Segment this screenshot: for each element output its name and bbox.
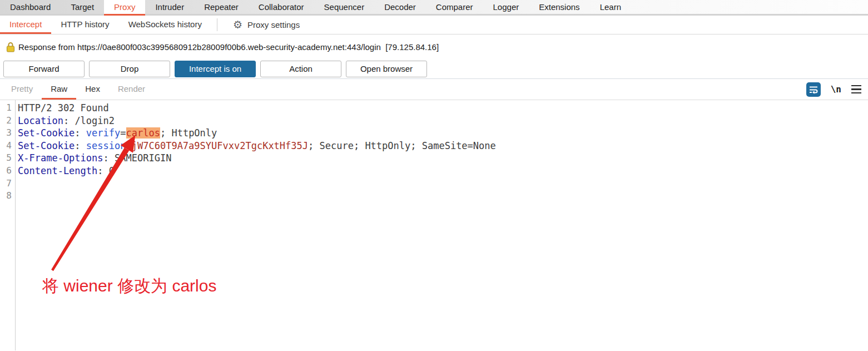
code-line <box>18 190 868 202</box>
code-token: /login2 <box>75 115 115 126</box>
code-token: X-Frame-Options <box>18 152 103 164</box>
editor-tab-render[interactable]: Render <box>109 79 154 100</box>
response-editor[interactable]: 12345678 HTTP/2 302 FoundLocation: /logi… <box>0 100 868 350</box>
code-line: Set-Cookie: session=jW7C60T9A7a9SYUFvxv2… <box>18 140 868 152</box>
code-line: X-Frame-Options: SAMEORIGIN <box>18 152 868 165</box>
editor-tab-pretty[interactable]: Pretty <box>2 79 42 100</box>
menu-tab-intruder[interactable]: Intruder <box>145 0 194 16</box>
highlighted-cookie-value: carlos <box>126 127 160 139</box>
line-number: 6 <box>0 165 15 177</box>
editor-tab-raw[interactable]: Raw <box>42 79 76 100</box>
code-line: Set-Cookie: verify=carlos; HttpOnly <box>18 127 868 140</box>
code-token: : <box>63 115 75 126</box>
code-token: = <box>120 127 126 139</box>
main-menu-bar: DashboardTargetProxyIntruderRepeaterColl… <box>0 0 868 16</box>
response-body-text[interactable]: HTTP/2 302 FoundLocation: /login2Set-Coo… <box>16 100 868 350</box>
code-token: ; Secure; HttpOnly; SameSite=None <box>308 140 496 151</box>
menu-tab-collaborator[interactable]: Collaborator <box>249 0 314 16</box>
code-line: Location: /login2 <box>18 115 868 127</box>
code-token: = <box>126 140 132 151</box>
code-token: : <box>75 140 86 151</box>
code-token: Set-Cookie <box>18 127 75 139</box>
show-newlines-icon[interactable]: \n <box>831 84 841 95</box>
code-token: jW7C60T9A7a9SYUFvxv2TgcKxtHf35J <box>132 140 308 151</box>
line-number: 2 <box>0 115 15 127</box>
menu-tab-comparer[interactable]: Comparer <box>426 0 483 16</box>
proxy-settings-button[interactable]: ⚙ Proxy settings <box>233 16 300 34</box>
menu-tab-proxy[interactable]: Proxy <box>104 0 145 16</box>
intercept-is-on-button[interactable]: Intercept is on <box>175 61 256 77</box>
code-token: Content-Length <box>18 165 97 176</box>
line-number: 5 <box>0 152 15 165</box>
code-token: session <box>86 140 126 151</box>
forward-button[interactable]: Forward <box>3 61 85 77</box>
intercept-message-bar: Response from https://0ae800f003c3995680… <box>0 34 868 59</box>
annotation-text: 将 wiener 修改为 carlos <box>42 275 216 298</box>
word-wrap-toggle-icon[interactable] <box>806 82 821 97</box>
code-token: : <box>103 152 115 164</box>
menu-tab-target[interactable]: Target <box>61 0 104 16</box>
menu-tab-dashboard[interactable]: Dashboard <box>0 0 61 16</box>
editor-tab-group: PrettyRawHexRender <box>2 79 154 100</box>
code-token: SAMEORIGIN <box>115 152 171 164</box>
menu-tab-repeater[interactable]: Repeater <box>194 0 249 16</box>
menu-tab-decoder[interactable]: Decoder <box>374 0 426 16</box>
menu-tab-sequencer[interactable]: Sequencer <box>314 0 375 16</box>
message-editor-tabs: PrettyRawHexRender \n <box>0 79 868 100</box>
subtab-websockets-history[interactable]: WebSockets history <box>119 16 211 34</box>
code-line: HTTP/2 302 Found <box>18 102 868 115</box>
line-number: 1 <box>0 102 15 115</box>
intercept-toolbar: ForwardDropIntercept is onActionOpen bro… <box>0 59 868 79</box>
line-number: 3 <box>0 127 15 140</box>
lock-icon <box>7 42 14 52</box>
line-number: 8 <box>0 190 15 202</box>
code-token: Location <box>18 115 63 126</box>
subtab-http-history[interactable]: HTTP history <box>51 16 118 34</box>
burp-proxy-intercept-window: DashboardTargetProxyIntruderRepeaterColl… <box>0 0 868 351</box>
proxy-settings-label: Proxy settings <box>247 20 300 29</box>
editor-tab-hex[interactable]: Hex <box>76 79 109 100</box>
code-token: verify <box>86 127 120 139</box>
code-token: : <box>97 165 108 176</box>
menu-tab-extensions[interactable]: Extensions <box>529 0 589 16</box>
line-number-gutter: 12345678 <box>0 100 16 350</box>
menu-tab-logger[interactable]: Logger <box>483 0 529 16</box>
line-number: 4 <box>0 140 15 152</box>
code-line <box>18 177 868 190</box>
code-token: 0 <box>109 165 115 176</box>
code-token: : <box>75 127 86 139</box>
line-number: 7 <box>0 177 15 190</box>
drop-button[interactable]: Drop <box>89 61 170 77</box>
action-button[interactable]: Action <box>260 61 341 77</box>
subtab-intercept[interactable]: Intercept <box>0 16 51 34</box>
code-token: Set-Cookie <box>18 140 75 151</box>
code-line: Content-Length: 0 <box>18 165 868 177</box>
code-token: HttpOnly <box>171 127 217 139</box>
open-browser-button[interactable]: Open browser <box>346 61 427 77</box>
code-token: HTTP/2 302 Found <box>18 102 109 113</box>
editor-menu-icon[interactable] <box>851 85 861 94</box>
response-origin-text: Response from https://0ae800f003c3995680… <box>18 42 439 52</box>
subnav-divider <box>217 18 217 31</box>
editor-icon-group: \n <box>806 79 868 100</box>
proxy-subnav: InterceptHTTP historyWebSockets history … <box>0 16 868 34</box>
proxy-subtab-group: InterceptHTTP historyWebSockets history <box>0 16 211 34</box>
code-token: ; <box>160 127 171 139</box>
gear-icon: ⚙ <box>233 19 242 30</box>
menu-tab-learn[interactable]: Learn <box>590 0 631 16</box>
